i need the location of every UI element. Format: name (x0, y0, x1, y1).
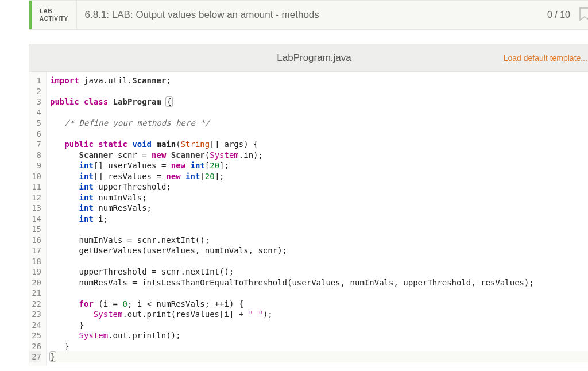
line-number: 23 (29, 309, 41, 320)
code-editor[interactable]: 1234567891011121314151617181920212223242… (29, 71, 588, 366)
code-line[interactable]: int[] userValues = new int[20]; (50, 160, 588, 171)
code-line[interactable] (50, 256, 588, 267)
file-bar: LabProgram.java Load default template... (29, 44, 588, 71)
code-line[interactable] (50, 288, 588, 299)
line-number: 14 (29, 214, 41, 225)
code-line[interactable]: } (50, 341, 588, 352)
line-number: 16 (29, 235, 41, 246)
score-text: 0 / 10 (547, 10, 570, 20)
line-number: 4 (29, 107, 41, 118)
code-line[interactable]: } (50, 320, 588, 331)
code-line[interactable]: getUserValues(userValues, numInVals, scn… (50, 245, 588, 256)
code-line[interactable]: int[] resValues = new int[20]; (50, 171, 588, 182)
line-number: 18 (29, 256, 41, 267)
code-line[interactable]: } (50, 351, 588, 362)
line-number: 27 (29, 351, 41, 362)
line-number: 10 (29, 171, 41, 182)
line-number: 24 (29, 320, 41, 331)
line-number: 26 (29, 341, 41, 352)
line-number: 20 (29, 277, 41, 288)
line-number: 25 (29, 330, 41, 341)
line-number: 7 (29, 139, 41, 150)
code-line[interactable]: int numInVals; (50, 192, 588, 203)
code-line[interactable]: int upperThreshold; (50, 181, 588, 192)
code-line[interactable]: upperThreshold = scnr.nextInt(); (50, 266, 588, 277)
line-number: 17 (29, 245, 41, 256)
score-area: 0 / 10 (547, 1, 588, 29)
line-number: 11 (29, 181, 41, 192)
code-line[interactable] (50, 224, 588, 235)
code-line[interactable]: numResVals = intsLessThanOrEqualToThresh… (50, 277, 588, 288)
lab-title: 6.8.1: LAB: Output values below an amoun… (77, 1, 547, 29)
bookmark-icon[interactable] (578, 7, 588, 23)
line-number: 22 (29, 299, 41, 310)
code-line[interactable] (50, 86, 588, 97)
line-number-gutter: 1234567891011121314151617181920212223242… (29, 72, 47, 366)
line-number: 15 (29, 224, 41, 235)
line-number: 19 (29, 266, 41, 277)
code-line[interactable]: public class LabProgram { (50, 96, 588, 107)
code-line[interactable]: numInVals = scnr.nextInt(); (50, 235, 588, 246)
lab-activity-label: LAB ACTIVITY (32, 1, 77, 29)
line-number: 21 (29, 288, 41, 299)
line-number: 2 (29, 86, 41, 97)
line-number: 8 (29, 150, 41, 161)
code-line[interactable]: System.out.print(resValues[i] + " "); (50, 309, 588, 320)
line-number: 1 (29, 75, 41, 86)
lab-line2: ACTIVITY (40, 15, 68, 22)
code-content[interactable]: import java.util.Scanner;public class La… (47, 72, 588, 366)
lab-line1: LAB (40, 7, 68, 15)
code-line[interactable]: int numResVals; (50, 203, 588, 214)
line-number: 9 (29, 160, 41, 171)
code-line[interactable]: Scanner scnr = new Scanner(System.in); (50, 150, 588, 161)
code-line[interactable]: for (i = 0; i < numResVals; ++i) { (50, 299, 588, 310)
line-number: 3 (29, 96, 41, 107)
code-line[interactable]: import java.util.Scanner; (50, 75, 588, 86)
load-default-template-link[interactable]: Load default template... (504, 53, 587, 63)
code-line[interactable]: /* Define your methods here */ (50, 118, 588, 129)
code-line[interactable]: public static void main(String[] args) { (50, 139, 588, 150)
code-line[interactable] (50, 129, 588, 140)
code-line[interactable]: System.out.println(); (50, 330, 588, 341)
code-line[interactable] (50, 107, 588, 118)
code-line[interactable]: int i; (50, 214, 588, 225)
lab-header: LAB ACTIVITY 6.8.1: LAB: Output values b… (29, 0, 588, 30)
line-number: 13 (29, 203, 41, 214)
line-number: 12 (29, 192, 41, 203)
line-number: 5 (29, 118, 41, 129)
line-number: 6 (29, 129, 41, 140)
